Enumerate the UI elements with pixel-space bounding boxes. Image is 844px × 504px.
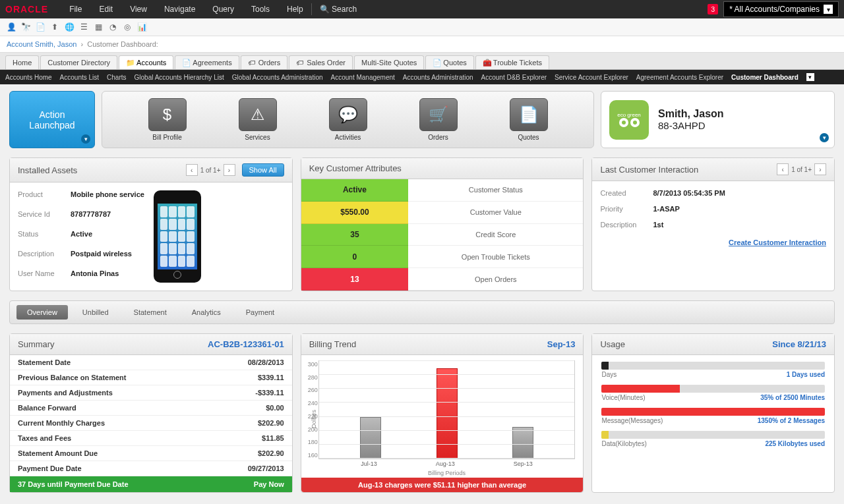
menu-edit[interactable]: Edit	[91, 1, 121, 18]
tile-bill-profile[interactable]: $Bill Profile	[148, 98, 187, 141]
target-icon[interactable]: ◎	[121, 21, 133, 33]
clock-icon[interactable]: ◔	[107, 21, 119, 33]
create-interaction-link[interactable]: Create Customer Interaction	[729, 238, 826, 246]
tile-orders[interactable]: 🛒Orders	[419, 98, 458, 141]
summary-value: $202.90	[258, 419, 284, 427]
attr-value: Active	[301, 179, 409, 202]
menu-navigate[interactable]: Navigate	[156, 1, 203, 18]
pay-now-button[interactable]: Pay Now	[254, 480, 284, 488]
tab-quotes[interactable]: 📄Quotes	[425, 55, 473, 69]
pager-prev-button[interactable]: ‹	[186, 164, 198, 176]
doc-icon: 📄	[433, 59, 440, 67]
menu-help[interactable]: Help	[279, 1, 311, 18]
tile-activities[interactable]: 💬Activities	[329, 98, 367, 141]
tab-trouble-tickets[interactable]: 🧰Trouble Tickets	[475, 55, 549, 69]
summary-row: Statement Date08/28/2013	[10, 355, 292, 370]
tag-icon: 🏷	[296, 59, 304, 67]
notification-badge[interactable]: 3	[708, 4, 718, 14]
bill-profile-icon: $	[148, 98, 187, 131]
tab-label: Sales Order	[307, 59, 346, 67]
subnav-agreement-accounts-explorer[interactable]: Agreement Accounts Explorer	[636, 74, 723, 81]
subnav-account-management[interactable]: Account Management	[331, 74, 395, 81]
customer-card[interactable]: eco green Smith, Jason 88-3AHPD ▾	[601, 91, 835, 148]
summary-account: AC-B2B-123361-01	[208, 339, 284, 349]
menu-tools[interactable]: Tools	[243, 1, 278, 18]
export-icon[interactable]: ⬆	[49, 21, 61, 33]
grid-icon[interactable]: ▦	[92, 21, 104, 33]
btab-overview[interactable]: Overview	[16, 305, 68, 320]
action-launchpad-button[interactable]: Action Launchpad ▾	[9, 91, 95, 148]
field-value: Active	[71, 230, 144, 243]
show-all-button[interactable]: Show All	[242, 163, 284, 177]
chevron-down-icon[interactable]: ▾	[820, 133, 829, 142]
sub-nav: Accounts HomeAccounts ListChartsGlobal A…	[0, 70, 844, 84]
summary-value: $11.85	[262, 434, 284, 442]
tab-orders[interactable]: 🏷Orders	[241, 55, 288, 69]
billing-trend-period: Sep-13	[547, 339, 576, 349]
subnav-account-d-b-explorer[interactable]: Account D&B Explorer	[481, 74, 547, 81]
subnav-customer-dashboard[interactable]: Customer Dashboard	[731, 74, 799, 81]
tab-multi-site-quotes[interactable]: Multi-Site Quotes	[354, 55, 424, 69]
menu-query[interactable]: Query	[204, 1, 242, 18]
subnav-global-accounts-administration[interactable]: Global Accounts Administration	[232, 74, 323, 81]
tag-icon: 🏷	[248, 59, 256, 67]
btab-statement[interactable]: Statement	[123, 305, 177, 320]
account-selector[interactable]: * All Accounts/Companies ▾	[723, 1, 839, 17]
customer-name: Smith, Jason	[658, 108, 724, 120]
list-icon[interactable]: ☰	[78, 21, 90, 33]
pager-next-button[interactable]: ›	[224, 164, 235, 176]
pager-label: 1 of 1+	[200, 167, 221, 174]
tab-label: Quotes	[443, 59, 466, 67]
subnav-accounts-administration[interactable]: Accounts Administration	[403, 74, 473, 81]
chart-icon[interactable]: 📊	[136, 21, 148, 33]
summary-key: Payments and Adjustments	[18, 389, 113, 397]
field-value: 8/7/2013 05:54:35 PM	[653, 189, 826, 197]
tile-label: Orders	[428, 134, 448, 141]
summary-value: $0.00	[266, 404, 284, 412]
tab-label: Customer Directory	[47, 59, 110, 67]
new-doc-icon[interactable]: 📄	[34, 21, 46, 33]
tab-home[interactable]: Home	[5, 55, 39, 69]
person-icon[interactable]: 👤	[5, 21, 17, 33]
subnav-charts[interactable]: Charts	[107, 74, 126, 81]
binoculars-icon[interactable]: 🔭	[20, 21, 32, 33]
tile-label: Services	[245, 134, 270, 141]
tab-sales-order[interactable]: 🏷Sales Order	[289, 55, 353, 69]
subnav-accounts-home[interactable]: Accounts Home	[5, 74, 52, 81]
field-label: Product	[18, 190, 71, 204]
btab-analytics[interactable]: Analytics	[181, 305, 231, 320]
tab-accounts[interactable]: 📁Accounts	[119, 55, 173, 69]
pager-next-button[interactable]: ›	[814, 163, 826, 175]
summary-key: Statement Date	[18, 358, 71, 366]
tile-quotes[interactable]: 📄Quotes	[510, 98, 548, 141]
field-value: Antonia Pinas	[71, 269, 144, 283]
chevron-down-icon[interactable]: ▾	[806, 73, 814, 81]
summary-table: Statement Date08/28/2013Previous Balance…	[10, 355, 292, 476]
btab-unbilled[interactable]: Unbilled	[72, 305, 119, 320]
subnav-service-account-explorer[interactable]: Service Account Explorer	[555, 74, 628, 81]
summary-row: Current Monthly Charges$202.90	[10, 416, 292, 431]
tile-services[interactable]: ⚠Services	[239, 98, 277, 141]
pager-prev-button[interactable]: ‹	[777, 163, 789, 175]
subnav-global-accounts-hierarchy-list[interactable]: Global Accounts Hierarchy List	[135, 74, 224, 81]
btab-payment[interactable]: Payment	[235, 305, 285, 320]
usage-value: 225 Kilobytes used	[765, 440, 825, 447]
bottom-row: Summary AC-B2B-123361-01 Statement Date0…	[9, 333, 835, 493]
menu-view[interactable]: View	[122, 1, 155, 18]
summary-value: 08/28/2013	[248, 358, 284, 366]
menu-file[interactable]: File	[61, 1, 90, 18]
action-launchpad-label: Action Launchpad	[15, 109, 89, 130]
breadcrumb-link[interactable]: Account Smith, Jason	[7, 40, 76, 48]
tab-customer-directory[interactable]: Customer Directory	[40, 55, 117, 69]
summary-value: -$339.11	[255, 389, 284, 397]
attr-label: Open Orders	[408, 268, 583, 291]
attr-value: $550.00	[301, 202, 409, 224]
search-menu[interactable]: 🔍 Search	[312, 1, 365, 18]
summary-row: Statement Amount Due$202.90	[10, 446, 292, 461]
attr-label: Customer Status	[408, 179, 583, 202]
subnav-accounts-list[interactable]: Accounts List	[60, 74, 99, 81]
panel-title: Installed Assets	[18, 165, 77, 175]
globe-icon[interactable]: 🌐	[63, 21, 75, 33]
tab-agreements[interactable]: 📄Agreements	[175, 55, 239, 69]
usage-label: Data(Kilobytes)	[601, 440, 646, 447]
